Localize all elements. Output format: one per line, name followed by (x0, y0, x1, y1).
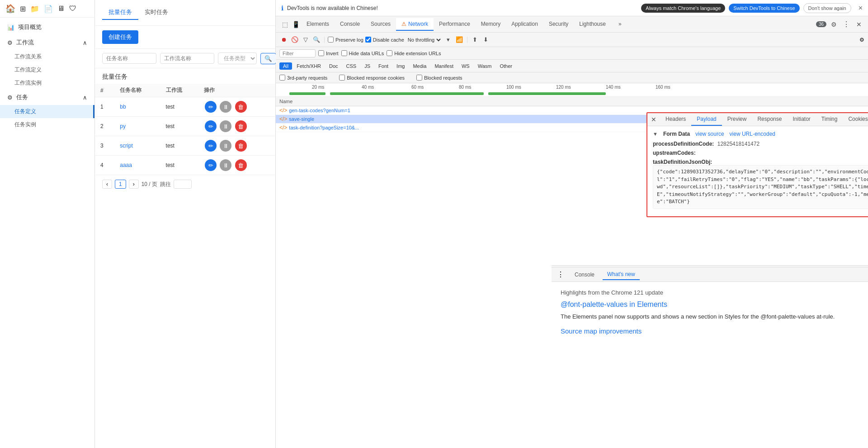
home-icon[interactable]: 🏠 (5, 4, 15, 14)
search-network-btn[interactable]: 🔍 (312, 35, 321, 44)
sidebar-item-workflow[interactable]: ⚙ 工作流 ∧ (0, 35, 94, 50)
grid-icon[interactable]: ⊞ (20, 5, 26, 13)
filter-ws[interactable]: WS (458, 62, 473, 70)
monitor-icon[interactable]: 🖥 (57, 5, 65, 13)
export-btn[interactable]: ⬇ (481, 35, 491, 44)
disable-cache-checkbox[interactable]: Disable cache (365, 37, 404, 43)
switch-language-btn[interactable]: Switch DevTools to Chinese (729, 4, 799, 13)
doc-icon[interactable]: 📄 (44, 5, 53, 13)
task-type-select[interactable]: 任务类型 (218, 52, 257, 64)
filter-doc[interactable]: Doc (326, 62, 342, 70)
more-tabs-btn[interactable]: » (613, 18, 627, 31)
delete-btn[interactable]: 🗑 (235, 159, 247, 171)
shield-icon[interactable]: 🛡 (69, 5, 76, 13)
record-btn[interactable]: ⏺ (279, 35, 288, 44)
pause-btn[interactable]: ⏸ (220, 140, 231, 152)
preserve-log-checkbox[interactable]: Preserve log (328, 37, 363, 43)
filter-manifest[interactable]: Manifest (431, 62, 457, 70)
sidebar-item-workflow-instance[interactable]: 工作流实例 (0, 76, 94, 90)
filter-media[interactable]: Media (409, 62, 430, 70)
pause-btn[interactable]: ⏸ (220, 101, 231, 113)
task-name-input[interactable] (102, 53, 156, 64)
delete-btn[interactable]: 🗑 (235, 120, 247, 132)
detail-tab-cookies[interactable]: Cookies (843, 113, 868, 126)
workflow-name-input[interactable] (160, 53, 214, 64)
search-button[interactable]: 🔍 (260, 53, 276, 64)
prev-page-btn[interactable]: ‹ (102, 180, 112, 189)
detail-tab-initiator[interactable]: Initiator (787, 113, 816, 126)
online-icon[interactable]: 📶 (455, 35, 464, 44)
edit-btn[interactable]: ✏ (205, 159, 217, 171)
throttle-dropdown-btn[interactable]: ▾ (444, 35, 453, 44)
blocked-cookies-checkbox[interactable]: Blocked response cookies (339, 75, 405, 81)
tab-batch-task[interactable]: 批量任务 (102, 5, 138, 20)
next-page-btn[interactable]: › (129, 180, 139, 189)
folder-icon[interactable]: 📁 (30, 5, 39, 13)
sidebar-item-workflow-definition[interactable]: 工作流定义 (0, 63, 94, 76)
hide-data-urls-checkbox[interactable]: Hide data URLs (341, 50, 384, 56)
close-devtools-btn[interactable]: ✕ (854, 19, 864, 30)
create-task-button[interactable]: 创建任务 (102, 30, 138, 44)
pause-btn[interactable]: ⏸ (220, 120, 231, 132)
settings-btn[interactable]: ⚙ (828, 19, 839, 30)
edit-btn[interactable]: ✏ (205, 140, 217, 152)
detail-tab-timing[interactable]: Timing (816, 113, 843, 126)
blocked-requests-checkbox[interactable]: Blocked requests (416, 75, 462, 81)
filter-btn[interactable]: ▽ (301, 35, 310, 44)
tab-performance[interactable]: Performance (434, 18, 476, 31)
pause-btn[interactable]: ⏸ (220, 159, 231, 171)
tab-realtime-task[interactable]: 实时任务 (138, 5, 175, 20)
edit-btn[interactable]: ✏ (205, 120, 217, 132)
delete-btn[interactable]: 🗑 (235, 101, 247, 113)
tab-elements[interactable]: Elements (301, 18, 335, 31)
filter-fetch-xhr[interactable]: Fetch/XHR (293, 62, 325, 70)
filter-img[interactable]: Img (393, 62, 408, 70)
inspect-element-btn[interactable]: ⬚ (279, 19, 290, 30)
hide-extension-urls-checkbox[interactable]: Hide extension URLs (387, 50, 441, 56)
tab-security[interactable]: Security (543, 18, 574, 31)
match-language-btn[interactable]: Always match Chrome's language (641, 4, 725, 13)
sidebar-item-overview[interactable]: 📊 项目概览 (0, 19, 94, 35)
device-toolbar-btn[interactable]: 📱 (290, 19, 301, 30)
tab-console[interactable]: Console (335, 18, 365, 31)
filter-css[interactable]: CSS (343, 62, 360, 70)
filter-js[interactable]: JS (361, 62, 374, 70)
tab-sources[interactable]: Sources (365, 18, 396, 31)
detail-tab-payload[interactable]: Payload (691, 113, 722, 126)
throttle-select[interactable]: No throttling (406, 37, 442, 43)
filter-font[interactable]: Font (375, 62, 392, 70)
tab-application[interactable]: Application (506, 18, 543, 31)
sidebar-item-task-definition[interactable]: 任务定义 (0, 105, 94, 118)
view-source-link[interactable]: view source (695, 131, 724, 137)
goto-input[interactable] (174, 180, 192, 189)
filter-all[interactable]: All (279, 62, 292, 70)
third-party-checkbox[interactable]: 3rd-party requests (279, 75, 327, 81)
sidebar-item-task-instance[interactable]: 任务实例 (0, 118, 94, 131)
clear-btn[interactable]: 🚫 (290, 35, 299, 44)
sidebar-item-workflow-relation[interactable]: 工作流关系 (0, 50, 94, 63)
dont-show-btn[interactable]: Don't show again (803, 3, 851, 13)
sidebar-item-task[interactable]: ⚙ 任务 ∧ (0, 90, 94, 105)
tab-memory[interactable]: Memory (476, 18, 506, 31)
network-filter-input[interactable] (279, 49, 316, 57)
import-btn[interactable]: ⬆ (471, 35, 480, 44)
notification-close-btn[interactable]: × (859, 4, 863, 12)
delete-btn[interactable]: 🗑 (235, 140, 247, 152)
filter-other[interactable]: Other (496, 62, 516, 70)
more-options-btn[interactable]: ⋮ (841, 19, 852, 30)
current-page-btn[interactable]: 1 (115, 180, 126, 189)
console-tab[interactable]: Console (570, 270, 599, 280)
filter-wasm[interactable]: Wasm (474, 62, 495, 70)
invert-checkbox[interactable]: Invert (318, 50, 339, 56)
detail-tab-preview[interactable]: Preview (722, 113, 752, 126)
tab-network[interactable]: ⚠ Network (396, 18, 434, 31)
detail-close-btn[interactable]: ✕ (647, 113, 660, 126)
whats-new-tab[interactable]: What's new (603, 269, 640, 280)
view-url-encoded-link[interactable]: view URL-encoded (730, 131, 775, 137)
detail-tab-response[interactable]: Response (752, 113, 787, 126)
edit-btn[interactable]: ✏ (205, 101, 217, 113)
detail-tab-headers[interactable]: Headers (660, 113, 691, 126)
settings-gear[interactable]: ⚙ (859, 37, 864, 43)
dots-menu-icon[interactable]: ⋮ (555, 268, 566, 281)
tab-lighthouse[interactable]: Lighthouse (574, 18, 611, 31)
